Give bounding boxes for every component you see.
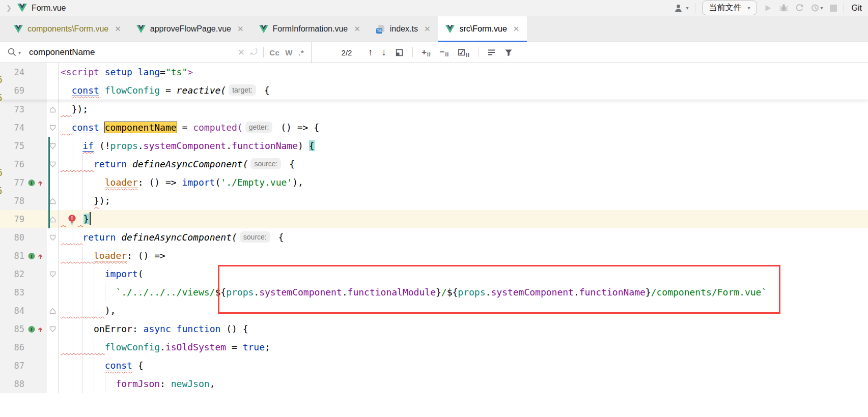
code-text[interactable]: <script setup lang="ts"> <box>59 63 868 81</box>
line-number[interactable]: 81 <box>0 247 24 265</box>
code-line-76[interactable]: 76 return defineAsyncComponent(source: { <box>0 155 868 173</box>
line-number[interactable]: 79 <box>0 210 24 228</box>
remove-selection-icon[interactable]: −II <box>440 47 450 57</box>
code-line-87[interactable]: 87 const { <box>0 356 868 375</box>
whole-words-toggle[interactable]: W <box>285 48 293 57</box>
code-text[interactable]: return defineAsyncComponent(source: { <box>59 155 868 173</box>
fold-marker-up-icon[interactable] <box>47 192 59 210</box>
regex-toggle[interactable]: .* <box>298 48 304 57</box>
select-all-occurrences-icon[interactable] <box>395 48 404 57</box>
code-line-80[interactable]: 80 return defineAsyncComponent(source: { <box>0 228 868 247</box>
code-line-75[interactable]: 75 if (!props.systemComponent.functionNa… <box>0 137 868 155</box>
add-selection-icon[interactable]: +II <box>422 47 431 57</box>
code-line-88[interactable]: 88 formJson: newJson, <box>0 375 868 393</box>
code-token: { <box>259 85 270 96</box>
override-marker-icon[interactable]: I <box>24 247 47 265</box>
clear-search-icon[interactable]: ✕ <box>238 47 245 58</box>
line-number[interactable]: 78 <box>0 192 24 210</box>
code-line-74[interactable]: 74 const componentName = computed(getter… <box>0 118 868 137</box>
code-editor[interactable]: 24<script setup lang="ts">69 const flowC… <box>0 63 868 417</box>
code-text[interactable]: const componentName = computed(getter: (… <box>59 118 868 137</box>
stop-button[interactable] <box>830 5 837 12</box>
code-text[interactable]: formJson: newJson, <box>59 375 868 393</box>
line-number[interactable]: 24 <box>0 63 24 81</box>
breadcrumb-file-name[interactable]: Form.vue <box>32 4 66 13</box>
tab-close-icon[interactable]: ✕ <box>513 24 520 34</box>
fold-marker-down-icon[interactable] <box>47 228 59 247</box>
line-number[interactable]: 69 <box>0 81 24 100</box>
line-number[interactable]: 88 <box>0 375 24 393</box>
search-options-icon[interactable] <box>488 49 496 56</box>
line-number[interactable]: 85 <box>0 320 24 338</box>
code-text[interactable]: const { <box>59 356 868 375</box>
fold-marker-up-icon[interactable] <box>47 100 59 118</box>
fold-marker-down-icon[interactable] <box>47 320 59 338</box>
search-bar: ▾ componentName ✕ ⤾ Cc W .* 2/2 ↑ ↓ +II−… <box>0 42 868 63</box>
search-input[interactable]: componentName <box>29 47 232 57</box>
search-icon[interactable]: ▾ <box>7 47 21 57</box>
override-marker-icon[interactable]: I <box>24 173 47 192</box>
code-line-24[interactable]: 24<script setup lang="ts"> <box>0 63 868 81</box>
fold-marker-down-icon[interactable] <box>47 137 59 155</box>
override-marker-icon[interactable]: I <box>24 320 47 338</box>
code-text[interactable]: loader: () => import('./Empty.vue'), <box>59 173 868 192</box>
next-match-button[interactable]: ↓ <box>382 47 387 58</box>
fold-marker-down-icon[interactable] <box>47 118 59 137</box>
search-field[interactable]: ▾ componentName ✕ ⤾ Cc W .* <box>0 42 312 63</box>
code-text[interactable]: flowConfig.isOldSystem = true; <box>59 338 868 356</box>
filter-icon[interactable] <box>505 49 513 56</box>
line-number[interactable]: 86 <box>0 338 24 356</box>
line-number[interactable]: 82 <box>0 265 24 283</box>
line-number[interactable]: 77 <box>0 173 24 192</box>
coverage-button[interactable] <box>795 4 804 12</box>
line-number[interactable]: 87 <box>0 356 24 375</box>
line-number[interactable]: 83 <box>0 283 24 302</box>
code-line-85[interactable]: 85I onError: async function () { <box>0 320 868 338</box>
profiler-button[interactable]: ▾ <box>810 4 823 12</box>
code-text[interactable]: }); <box>59 192 868 210</box>
tab-close-icon[interactable]: ✕ <box>354 24 360 34</box>
code-text[interactable]: if (!props.systemComponent.functionName)… <box>59 137 868 155</box>
code-line-81[interactable]: 81I loader: () => <box>0 247 868 265</box>
tab-index-ts[interactable]: TSindex.ts✕ <box>368 16 438 42</box>
match-case-toggle[interactable]: Cc <box>269 48 279 57</box>
line-number[interactable]: 75 <box>0 137 24 155</box>
code-line-69[interactable]: 69 const flowConfig = reactive(target: { <box>0 81 868 100</box>
code-line-86[interactable]: 86 flowConfig.isOldSystem = true; <box>0 338 868 356</box>
line-number[interactable]: 80 <box>0 228 24 247</box>
fold-marker-up-icon[interactable] <box>47 210 59 228</box>
run-configuration-select[interactable]: 当前文件 ▾ <box>702 1 757 15</box>
tab-close-icon[interactable]: ✕ <box>237 24 244 34</box>
code-line-79[interactable]: 79 ! } <box>0 210 868 228</box>
code-text[interactable]: const flowConfig = reactive(target: { <box>59 81 868 100</box>
code-text[interactable]: return defineAsyncComponent(source: { <box>59 228 868 247</box>
debug-button[interactable] <box>779 4 789 12</box>
fold-marker-up-icon[interactable] <box>47 302 59 320</box>
line-number[interactable]: 84 <box>0 302 24 320</box>
code-text[interactable]: ! } <box>59 210 868 228</box>
run-button[interactable] <box>764 4 772 12</box>
tab-components-form-vue[interactable]: components\Form.vue✕ <box>6 16 129 42</box>
tab-approveflowpage-vue[interactable]: approveFlowPage.vue✕ <box>129 16 251 42</box>
code-line-73[interactable]: 73 }); <box>0 100 868 118</box>
code-text[interactable]: }); <box>59 100 868 118</box>
gutter-line-82: 82 <box>0 265 47 283</box>
tab-src-form-vue[interactable]: src\Form.vue✕ <box>438 16 527 42</box>
git-menu[interactable]: Git <box>852 4 862 13</box>
fold-marker-down-icon[interactable] <box>47 265 59 283</box>
user-profile-button[interactable]: ▾ <box>674 4 688 13</box>
code-text[interactable]: loader: () => <box>59 247 868 265</box>
select-occurrences-icon[interactable]: ☑II <box>458 47 470 58</box>
fold-marker-down-icon[interactable] <box>47 155 59 173</box>
tab-close-icon[interactable]: ✕ <box>115 24 121 34</box>
code-text[interactable]: onError: async function () { <box>59 320 868 338</box>
code-line-78[interactable]: 78 }); <box>0 192 868 210</box>
line-number[interactable]: 74 <box>0 118 24 137</box>
search-history-icon[interactable]: ⤾ <box>250 47 258 57</box>
tab-forminformation-vue[interactable]: FormInformation.vue✕ <box>251 16 368 42</box>
line-number[interactable]: 73 <box>0 100 24 118</box>
line-number[interactable]: 76 <box>0 155 24 173</box>
previous-match-button[interactable]: ↑ <box>368 47 373 58</box>
code-line-77[interactable]: 77I loader: () => import('./Empty.vue'), <box>0 173 868 192</box>
tab-close-icon[interactable]: ✕ <box>424 24 431 34</box>
